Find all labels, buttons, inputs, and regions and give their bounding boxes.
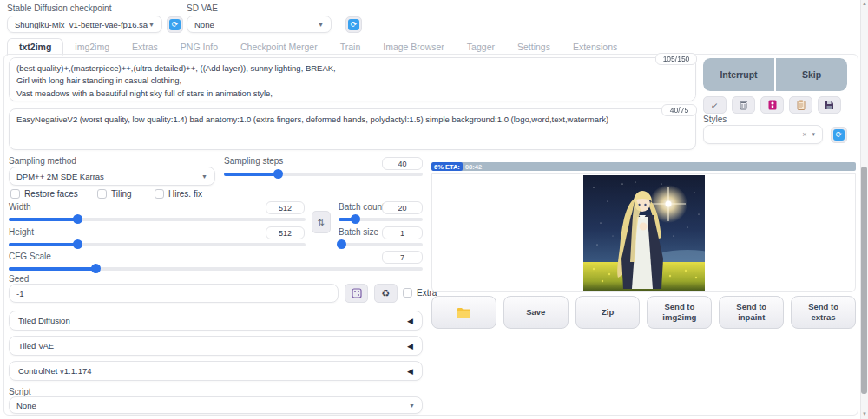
prompt-tool-row: ↙ <box>703 96 841 114</box>
sampling-steps-label: Sampling steps <box>224 156 283 166</box>
paste-arrow-icon: ↙ <box>711 101 718 110</box>
generate-button-group: Interrupt Skip <box>703 58 847 91</box>
batch-size-slider[interactable] <box>339 239 423 249</box>
height-value[interactable]: 512 <box>266 226 305 239</box>
sampling-method-dropdown[interactable]: DPM++ 2M SDE Karras ▼ <box>9 167 215 186</box>
flower-card-icon <box>768 100 777 110</box>
sampling-method-value: DPM++ 2M SDE Karras <box>16 172 104 181</box>
extra-networks-button[interactable] <box>760 96 784 114</box>
width-value[interactable]: 512 <box>266 201 305 214</box>
script-dropdown[interactable]: None ▼ <box>9 396 423 414</box>
tab-image-browser[interactable]: Image Browser <box>372 39 456 55</box>
skip-button[interactable]: Skip <box>776 58 847 91</box>
batch-count-value[interactable]: 20 <box>382 201 423 214</box>
main-tab-bar: txt2img img2img Extras PNG Info Checkpoi… <box>7 39 628 55</box>
checkpoint-value: Shungiku-Mix_v1-better-vae-fp16.safetens… <box>15 20 148 29</box>
scroll-down-icon[interactable]: ▼ <box>861 411 868 416</box>
sampling-method-label: Sampling method <box>9 156 76 166</box>
open-folder-button[interactable] <box>431 296 496 329</box>
tab-png-info[interactable]: PNG Info <box>169 39 229 55</box>
send-to-extras-button[interactable]: Send to extras <box>791 296 856 329</box>
reuse-seed-button[interactable]: ♻ <box>374 284 398 303</box>
vae-label: SD VAE <box>187 3 218 13</box>
negative-prompt-input[interactable]: EasyNegativeV2 (worst quality, low quali… <box>9 108 696 150</box>
checkpoint-dropdown[interactable]: Shungiku-Mix_v1-better-vae-fp16.safetens… <box>7 16 162 33</box>
script-value: None <box>16 401 36 410</box>
styles-label: Styles <box>703 115 727 124</box>
checkbox-box[interactable] <box>403 288 412 298</box>
trash-icon <box>739 100 748 110</box>
restore-faces-label: Restore faces <box>24 189 78 199</box>
send-to-inpaint-button[interactable]: Send to inpaint <box>719 296 784 329</box>
checkpoint-refresh-button[interactable]: ⟳ <box>167 16 183 33</box>
accordion-controlnet[interactable]: ControlNet v1.1.174 ◀ <box>9 361 423 381</box>
batch-count-slider[interactable] <box>339 213 423 224</box>
dice-icon <box>352 288 362 298</box>
clear-prompt-button[interactable] <box>732 96 755 114</box>
vae-refresh-button[interactable]: ⟳ <box>345 16 362 33</box>
interrupt-button[interactable]: Interrupt <box>703 58 774 91</box>
vae-value: None <box>194 20 214 29</box>
paste-params-button[interactable]: ↙ <box>703 96 727 114</box>
clipboard-icon <box>797 100 806 110</box>
tab-train[interactable]: Train <box>329 39 372 55</box>
styles-dropdown[interactable]: × ▾ <box>703 125 823 144</box>
generation-progress-bar: 6% ETA: 08:42 <box>431 162 856 171</box>
hires-fix-checkbox[interactable]: Hires. fix <box>155 189 202 199</box>
tiling-label: Tiling <box>111 189 132 199</box>
height-slider[interactable] <box>9 239 306 249</box>
batch-size-value[interactable]: 1 <box>382 226 423 239</box>
tab-checkpoint-merger[interactable]: Checkpoint Merger <box>229 39 329 55</box>
swap-icon: ⇅ <box>318 218 325 227</box>
batch-count-label: Batch count <box>339 202 385 212</box>
checkbox-box[interactable] <box>155 189 164 199</box>
recycle-icon: ♻ <box>382 288 391 299</box>
tab-txt2img[interactable]: txt2img <box>7 38 63 56</box>
generated-image[interactable] <box>583 175 705 291</box>
refresh-icon: ⟳ <box>348 19 359 30</box>
apply-styles-button[interactable] <box>789 96 812 114</box>
chevron-down-icon: ▾ <box>812 131 815 138</box>
accordion-collapsed-icon: ◀ <box>407 342 413 350</box>
tab-tagger[interactable]: Tagger <box>456 39 506 55</box>
width-slider[interactable] <box>9 213 306 224</box>
width-label: Width <box>9 202 31 212</box>
sd-webui-app: Stable Diffusion checkpoint Shungiku-Mix… <box>0 0 868 419</box>
restore-faces-checkbox[interactable]: Restore faces <box>10 189 78 199</box>
sampling-steps-slider[interactable] <box>224 168 423 179</box>
cfg-scale-value[interactable]: 7 <box>382 251 423 264</box>
chevron-down-icon: ▼ <box>409 403 415 409</box>
save-style-button[interactable] <box>818 96 841 114</box>
floppy-disk-icon <box>825 101 834 110</box>
zip-button[interactable]: Zip <box>575 296 641 329</box>
progress-eta: 08:42 <box>465 163 482 171</box>
seed-label: Seed <box>9 274 29 284</box>
tab-extras[interactable]: Extras <box>121 39 169 55</box>
prompt-input[interactable]: (best quality)+,(masterpiece)++,(ultra d… <box>9 57 696 101</box>
tab-extensions[interactable]: Extensions <box>562 39 628 55</box>
styles-refresh-button[interactable]: ⟳ <box>831 127 847 143</box>
send-to-img2img-button[interactable]: Send to img2img <box>647 296 712 329</box>
output-button-row: Save Zip Send to img2img Send to inpaint… <box>431 296 856 329</box>
clear-styles-icon[interactable]: × <box>802 130 806 139</box>
cfg-scale-slider[interactable] <box>9 263 423 273</box>
checkbox-box[interactable] <box>10 189 20 199</box>
seed-input[interactable] <box>9 284 339 303</box>
refresh-icon: ⟳ <box>169 19 181 30</box>
hires-fix-label: Hires. fix <box>168 189 202 199</box>
accordion-title: Tiled VAE <box>18 341 54 350</box>
scroll-up-icon[interactable]: ▲ <box>861 1 868 6</box>
tab-img2img[interactable]: img2img <box>63 39 121 55</box>
save-button[interactable]: Save <box>503 296 569 329</box>
vae-dropdown[interactable]: None ▼ <box>187 16 332 33</box>
batch-size-label: Batch size <box>339 227 378 237</box>
tab-settings[interactable]: Settings <box>506 39 562 55</box>
swap-dimensions-button[interactable]: ⇅ <box>312 211 331 233</box>
scrollbar-thumb[interactable] <box>861 167 867 394</box>
accordion-tiled-diffusion[interactable]: Tiled Diffusion ◀ <box>9 311 423 331</box>
tiling-checkbox[interactable]: Tiling <box>97 189 132 199</box>
checkbox-box[interactable] <box>97 189 107 199</box>
random-seed-button[interactable] <box>345 284 368 303</box>
accordion-tiled-vae[interactable]: Tiled VAE ◀ <box>9 336 423 356</box>
script-label: Script <box>9 387 31 396</box>
